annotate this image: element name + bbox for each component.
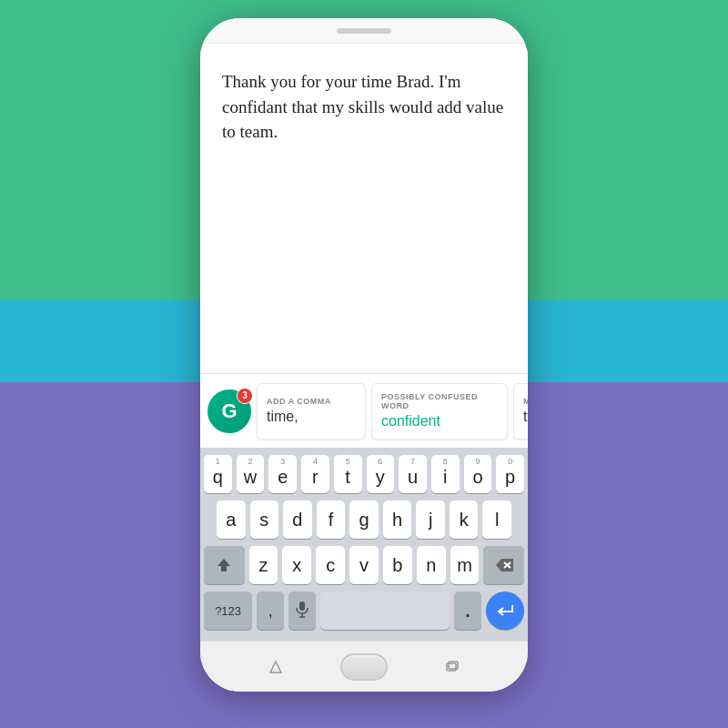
- enter-key[interactable]: [486, 592, 524, 630]
- mic-key[interactable]: [288, 592, 316, 630]
- confused-value: confident: [381, 413, 498, 430]
- key-y[interactable]: 6y: [367, 455, 395, 493]
- key-u[interactable]: 7u: [399, 455, 427, 493]
- mic-icon: [296, 602, 308, 621]
- key-x[interactable]: x: [282, 546, 311, 584]
- key-d[interactable]: d: [283, 500, 312, 539]
- suggestion-card-comma[interactable]: ADD A COMMA time,: [257, 383, 366, 440]
- phone-top-bar: [200, 18, 528, 44]
- grammarly-icon[interactable]: G 3: [207, 389, 251, 433]
- key-o[interactable]: 9o: [464, 455, 492, 493]
- key-v[interactable]: v: [349, 546, 379, 584]
- key-l[interactable]: l: [482, 500, 511, 539]
- key-e[interactable]: 3e: [268, 455, 297, 493]
- phone-speaker: [337, 28, 391, 34]
- missing-value: the tea: [523, 409, 528, 425]
- comma-label: ADD A COMMA: [267, 397, 356, 406]
- phone-bottom: [200, 641, 528, 692]
- key-row-3: z x c v b n m: [204, 546, 524, 584]
- key-s[interactable]: s: [250, 500, 279, 539]
- phone-screen: Thank you for your time Brad. I'm confid…: [200, 44, 528, 641]
- suggestion-card-confused[interactable]: POSSIBLY CONFUSED WORD confident: [371, 383, 508, 440]
- back-button[interactable]: [266, 657, 286, 677]
- num-key[interactable]: ?123: [204, 592, 252, 630]
- confused-label: POSSIBLY CONFUSED WORD: [381, 392, 498, 410]
- phone-device: Thank you for your time Brad. I'm confid…: [200, 18, 528, 692]
- grammarly-letter: G: [221, 399, 237, 423]
- key-h[interactable]: h: [383, 500, 412, 539]
- suggestion-card-missing[interactable]: MISSING the tea: [513, 383, 528, 440]
- key-m[interactable]: m: [450, 546, 480, 584]
- key-c[interactable]: c: [316, 546, 345, 584]
- key-row-1: 1q 2w 3e 4r 5t 6y 7u 8i 9o 0p: [204, 455, 524, 493]
- recents-button[interactable]: [442, 657, 462, 677]
- period-symbol: .: [465, 601, 470, 622]
- key-k[interactable]: k: [450, 500, 479, 539]
- key-row-bottom: ?123 ,: [204, 592, 524, 630]
- comma-value: time,: [267, 409, 356, 425]
- comma-symbol: ,: [268, 602, 273, 621]
- shift-icon: [216, 557, 232, 573]
- num-label: ?123: [215, 604, 241, 618]
- grammarly-badge: 3: [237, 388, 253, 404]
- key-i[interactable]: 8i: [431, 455, 460, 493]
- message-text: Thank you for your time Brad. I'm confid…: [222, 69, 506, 145]
- grammarly-bar: G 3 ADD A COMMA time, POSSIBLY CONFUSED …: [200, 373, 528, 448]
- keyboard: 1q 2w 3e 4r 5t 6y 7u 8i 9o 0p a s d f g …: [200, 448, 528, 641]
- home-button[interactable]: [340, 653, 388, 681]
- key-a[interactable]: a: [217, 500, 246, 539]
- svg-marker-7: [270, 662, 281, 672]
- key-p[interactable]: 0p: [496, 455, 524, 493]
- key-r[interactable]: 4r: [301, 455, 329, 493]
- shift-key[interactable]: [204, 546, 245, 584]
- key-j[interactable]: j: [416, 500, 445, 539]
- key-row-2: a s d f g h j k l: [204, 500, 524, 539]
- delete-key[interactable]: [483, 546, 524, 584]
- period-key[interactable]: .: [454, 592, 481, 630]
- space-bar[interactable]: [320, 592, 450, 630]
- enter-icon: [497, 601, 513, 622]
- message-area: Thank you for your time Brad. I'm confid…: [200, 44, 528, 373]
- key-z[interactable]: z: [249, 546, 278, 584]
- key-w[interactable]: 2w: [237, 455, 265, 493]
- key-f[interactable]: f: [317, 500, 346, 539]
- svg-marker-0: [217, 559, 230, 571]
- missing-label: MISSING: [523, 397, 528, 406]
- key-n[interactable]: n: [417, 546, 446, 584]
- missing-the: the: [523, 409, 528, 424]
- svg-rect-4: [299, 602, 305, 611]
- key-t[interactable]: 5t: [334, 455, 362, 493]
- svg-rect-1: [221, 570, 227, 571]
- delete-icon: [494, 558, 514, 572]
- key-q[interactable]: 1q: [204, 455, 232, 493]
- key-g[interactable]: g: [349, 500, 379, 539]
- comma-key[interactable]: ,: [257, 592, 284, 630]
- key-b[interactable]: b: [383, 546, 412, 584]
